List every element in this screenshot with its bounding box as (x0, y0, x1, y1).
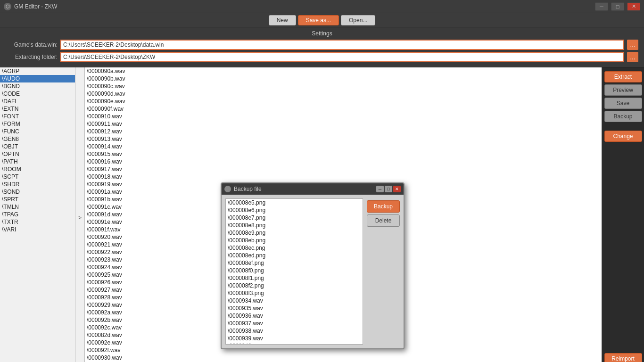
backup-file-item[interactable]: \000008f0.png (226, 267, 363, 274)
backup-modal-icon (224, 186, 231, 192)
extract-folder-browse-button[interactable]: ... (627, 52, 638, 62)
backup-file-item[interactable]: \000008f3.png (226, 289, 363, 297)
file-item[interactable]: \0000911.wav (85, 120, 602, 128)
backup-file-item[interactable]: \0000938.wav (226, 327, 363, 335)
backup-file-item[interactable]: \0000934.wav (226, 297, 363, 304)
backup-file-item[interactable]: \000008f1.png (226, 274, 363, 282)
backup-modal-title: Backup file (234, 186, 373, 192)
folder-item[interactable]: \PATH (0, 158, 75, 165)
settings-title: Settings (6, 30, 638, 37)
extract-folder-label: Extarcting folder: (6, 54, 58, 60)
folder-item[interactable]: \EXTN (0, 105, 75, 113)
extract-button[interactable]: Extract (604, 71, 642, 82)
file-item[interactable]: \0000090e.wav (85, 98, 602, 105)
file-item[interactable]: \0000090f.wav (85, 105, 602, 113)
folder-item[interactable]: \TMLN (0, 203, 75, 211)
backup-modal-controls: ─ □ ✕ (376, 186, 401, 192)
file-item[interactable]: \0000090a.wav (85, 67, 602, 75)
file-item[interactable]: \0000914.wav (85, 143, 602, 150)
app-title: GM Editor - ZKW (14, 3, 57, 10)
folder-item[interactable]: \SHDR (0, 181, 75, 188)
arrow-column: > (75, 67, 85, 362)
preview-button[interactable]: Preview (604, 84, 642, 96)
folder-item[interactable]: \TXTR (0, 218, 75, 226)
folder-item[interactable]: \FUNC (0, 128, 75, 135)
folder-item[interactable]: \GEN8 (0, 135, 75, 143)
file-item[interactable]: \0000916.wav (85, 158, 602, 165)
folder-list[interactable]: \AGRP\AUDO\BGND\CODE\DAFL\EXTN\FONT\FORM… (0, 67, 75, 362)
backup-modal-actions: Backup Delete (367, 198, 400, 345)
backup-file-item[interactable]: \000008f2.png (226, 282, 363, 289)
backup-modal-close[interactable]: ✕ (393, 186, 401, 192)
file-item[interactable]: \0000930.wav (85, 354, 602, 362)
backup-modal-body: \000008e5.png\000008e6.png\000008e7.png\… (222, 195, 404, 348)
file-item[interactable]: \0000912.wav (85, 128, 602, 135)
backup-action-backup-button[interactable]: Backup (367, 200, 400, 213)
backup-file-item[interactable]: \0000939.wav (226, 335, 363, 342)
folder-item[interactable]: \TPAG (0, 211, 75, 218)
window-controls: ─ □ ✕ (595, 2, 640, 11)
file-item[interactable]: \0000913.wav (85, 135, 602, 143)
save-as-button[interactable]: Save as... (298, 15, 339, 25)
backup-modal-minimize[interactable]: ─ (376, 186, 384, 192)
file-item[interactable]: \0000915.wav (85, 150, 602, 158)
extract-folder-input[interactable] (60, 52, 624, 62)
app-icon: ⬡ (4, 3, 11, 10)
folder-item[interactable]: \CODE (0, 90, 75, 98)
backup-file-item[interactable]: \0000940.wav (226, 342, 363, 345)
extract-folder-row: Extarcting folder: ... (6, 52, 638, 62)
open-button[interactable]: Open... (341, 15, 375, 25)
file-item[interactable]: \0000918.wav (85, 173, 602, 181)
folder-item[interactable]: \SCPT (0, 173, 75, 181)
maximize-button[interactable]: □ (611, 2, 624, 11)
folder-item[interactable]: \BGND (0, 82, 75, 90)
folder-item[interactable]: \SPRT (0, 196, 75, 203)
folder-item[interactable]: \AUDO (0, 75, 75, 82)
backup-modal-titlebar: Backup file ─ □ ✕ (222, 183, 404, 195)
backup-file-item[interactable]: \000008e7.png (226, 214, 363, 222)
backup-file-item[interactable]: \000008e9.png (226, 229, 363, 237)
backup-file-item[interactable]: \000008e8.png (226, 222, 363, 229)
backup-modal-maximize[interactable]: □ (385, 186, 392, 192)
backup-modal: Backup file ─ □ ✕ \000008e5.png\000008e6… (221, 182, 405, 349)
backup-file-item[interactable]: \000008ed.png (226, 252, 363, 259)
game-data-browse-button[interactable]: ... (627, 40, 638, 50)
folder-item[interactable]: \AGRP (0, 67, 75, 75)
backup-file-item[interactable]: \000008e6.png (226, 206, 363, 214)
backup-file-list[interactable]: \000008e5.png\000008e6.png\000008e7.png\… (225, 198, 363, 345)
reimport-button[interactable]: Reimport (604, 353, 642, 362)
backup-button[interactable]: Backup (604, 111, 642, 122)
backup-file-item[interactable]: \0000937.wav (226, 320, 363, 327)
folder-item[interactable]: \VARI (0, 226, 75, 233)
file-item[interactable]: \0000090b.wav (85, 75, 602, 82)
game-data-row: Game's data.win: ... (6, 40, 638, 50)
folder-item[interactable]: \OBJT (0, 143, 75, 150)
folder-item[interactable]: \DAFL (0, 98, 75, 105)
folder-item[interactable]: \ROOM (0, 165, 75, 173)
change-button[interactable]: Change (604, 131, 642, 142)
toolbar: New Save as... Open... (0, 13, 644, 27)
game-data-label: Game's data.win: (6, 41, 58, 48)
folder-item[interactable]: \OPTN (0, 150, 75, 158)
right-panel: Extract Preview Save Backup Change Reimp… (602, 67, 644, 362)
close-button[interactable]: ✕ (627, 2, 640, 11)
backup-file-item[interactable]: \0000936.wav (226, 312, 363, 320)
main-content: \AGRP\AUDO\BGND\CODE\DAFL\EXTN\FONT\FORM… (0, 67, 644, 362)
file-item[interactable]: \0000917.wav (85, 165, 602, 173)
game-data-input[interactable] (60, 40, 624, 50)
backup-file-item[interactable]: \000008eb.png (226, 237, 363, 244)
folder-item[interactable]: \SOND (0, 188, 75, 196)
file-item[interactable]: \0000910.wav (85, 113, 602, 120)
new-button[interactable]: New (269, 15, 296, 25)
backup-action-delete-button[interactable]: Delete (367, 214, 400, 227)
backup-file-item[interactable]: \0000935.wav (226, 304, 363, 312)
folder-item[interactable]: \FONT (0, 113, 75, 120)
backup-file-item[interactable]: \000008ef.png (226, 259, 363, 267)
save-button[interactable]: Save (604, 98, 642, 109)
file-item[interactable]: \0000090c.wav (85, 82, 602, 90)
folder-item[interactable]: \FORM (0, 120, 75, 128)
backup-file-item[interactable]: \000008e5.png (226, 199, 363, 206)
file-item[interactable]: \0000090d.wav (85, 90, 602, 98)
minimize-button[interactable]: ─ (595, 2, 608, 11)
backup-file-item[interactable]: \000008ec.png (226, 244, 363, 252)
